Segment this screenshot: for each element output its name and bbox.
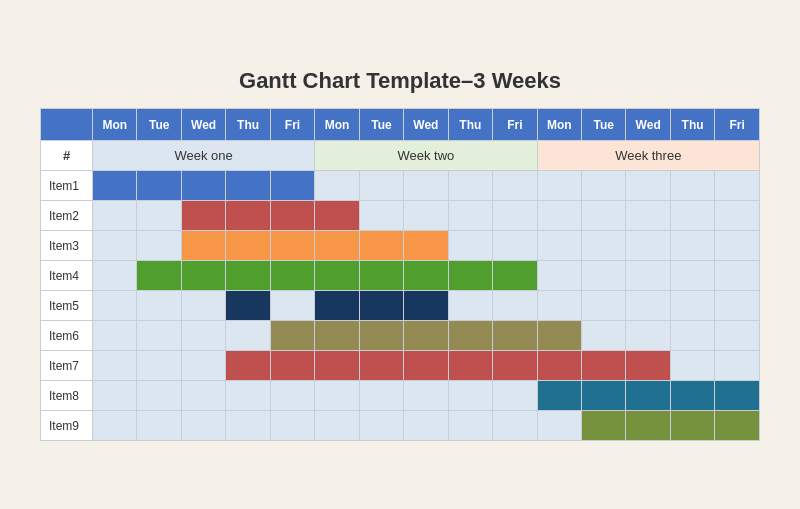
main-container: Gantt Chart Template–3 Weeks Mon Tue Wed…	[10, 48, 790, 461]
gantt-cell	[404, 321, 448, 351]
day-2: Tue	[137, 109, 181, 141]
gantt-cell	[270, 201, 314, 231]
gantt-cell	[581, 321, 625, 351]
gantt-cell	[270, 261, 314, 291]
gantt-cell	[404, 261, 448, 291]
day-7: Tue	[359, 109, 403, 141]
week-three-label: Week three	[537, 141, 759, 171]
gantt-cell	[670, 411, 714, 441]
gantt-cell	[137, 411, 181, 441]
gantt-cell	[181, 171, 225, 201]
gantt-cell	[626, 381, 670, 411]
gantt-cell	[537, 351, 581, 381]
gantt-cell	[448, 381, 492, 411]
gantt-cell	[626, 411, 670, 441]
gantt-cell	[493, 171, 537, 201]
gantt-cell	[670, 351, 714, 381]
day-10: Fri	[493, 109, 537, 141]
gantt-cell	[181, 411, 225, 441]
chart-title: Gantt Chart Template–3 Weeks	[40, 68, 760, 94]
gantt-cell	[626, 261, 670, 291]
gantt-cell	[537, 171, 581, 201]
gantt-cell	[715, 291, 760, 321]
row-label: Item9	[41, 411, 93, 441]
gantt-cell	[181, 351, 225, 381]
gantt-cell	[181, 291, 225, 321]
row-label: Item5	[41, 291, 93, 321]
day-12: Tue	[581, 109, 625, 141]
gantt-cell	[270, 171, 314, 201]
gantt-cell	[137, 261, 181, 291]
gantt-cell	[404, 231, 448, 261]
gantt-cell	[226, 291, 270, 321]
gantt-cell	[359, 351, 403, 381]
gantt-cell	[581, 231, 625, 261]
gantt-cell	[493, 261, 537, 291]
gantt-cell	[715, 171, 760, 201]
gantt-cell	[537, 321, 581, 351]
gantt-cell	[537, 411, 581, 441]
gantt-cell	[270, 321, 314, 351]
gantt-cell	[537, 201, 581, 231]
day-13: Wed	[626, 109, 670, 141]
gantt-cell	[404, 351, 448, 381]
gantt-cell	[137, 351, 181, 381]
gantt-cell	[315, 171, 359, 201]
gantt-cell	[670, 321, 714, 351]
gantt-cell	[315, 381, 359, 411]
gantt-cell	[493, 381, 537, 411]
header-empty	[41, 109, 93, 141]
gantt-cell	[448, 261, 492, 291]
gantt-cell	[137, 201, 181, 231]
gantt-cell	[448, 291, 492, 321]
day-1: Mon	[93, 109, 137, 141]
gantt-cell	[537, 231, 581, 261]
gantt-cell	[359, 261, 403, 291]
gantt-cell	[448, 351, 492, 381]
table-row: Item8	[41, 381, 760, 411]
gantt-cell	[404, 291, 448, 321]
gantt-cell	[626, 231, 670, 261]
gantt-cell	[626, 201, 670, 231]
day-header-row: Mon Tue Wed Thu Fri Mon Tue Wed Thu Fri …	[41, 109, 760, 141]
gantt-cell	[181, 321, 225, 351]
day-3: Wed	[181, 109, 225, 141]
day-15: Fri	[715, 109, 760, 141]
gantt-cell	[670, 261, 714, 291]
gantt-cell	[137, 321, 181, 351]
gantt-cell	[715, 351, 760, 381]
gantt-cell	[581, 411, 625, 441]
gantt-cell	[226, 381, 270, 411]
gantt-cell	[448, 411, 492, 441]
hash-cell: #	[41, 141, 93, 171]
gantt-cell	[493, 411, 537, 441]
day-6: Mon	[315, 109, 359, 141]
gantt-cell	[93, 201, 137, 231]
row-label: Item3	[41, 231, 93, 261]
table-row: Item9	[41, 411, 760, 441]
gantt-cell	[581, 381, 625, 411]
gantt-cell	[93, 321, 137, 351]
gantt-cell	[626, 321, 670, 351]
gantt-cell	[270, 231, 314, 261]
gantt-cell	[315, 261, 359, 291]
gantt-cell	[626, 291, 670, 321]
table-row: Item5	[41, 291, 760, 321]
gantt-cell	[270, 411, 314, 441]
gantt-cell	[537, 291, 581, 321]
table-row: Item7	[41, 351, 760, 381]
gantt-table: Mon Tue Wed Thu Fri Mon Tue Wed Thu Fri …	[40, 108, 760, 441]
gantt-cell	[715, 201, 760, 231]
gantt-cell	[581, 201, 625, 231]
gantt-cell	[359, 201, 403, 231]
gantt-cell	[226, 201, 270, 231]
gantt-cell	[181, 261, 225, 291]
gantt-cell	[226, 351, 270, 381]
gantt-cell	[93, 261, 137, 291]
row-label: Item1	[41, 171, 93, 201]
day-8: Wed	[404, 109, 448, 141]
gantt-cell	[537, 381, 581, 411]
gantt-cell	[626, 171, 670, 201]
gantt-cell	[359, 321, 403, 351]
gantt-cell	[359, 171, 403, 201]
